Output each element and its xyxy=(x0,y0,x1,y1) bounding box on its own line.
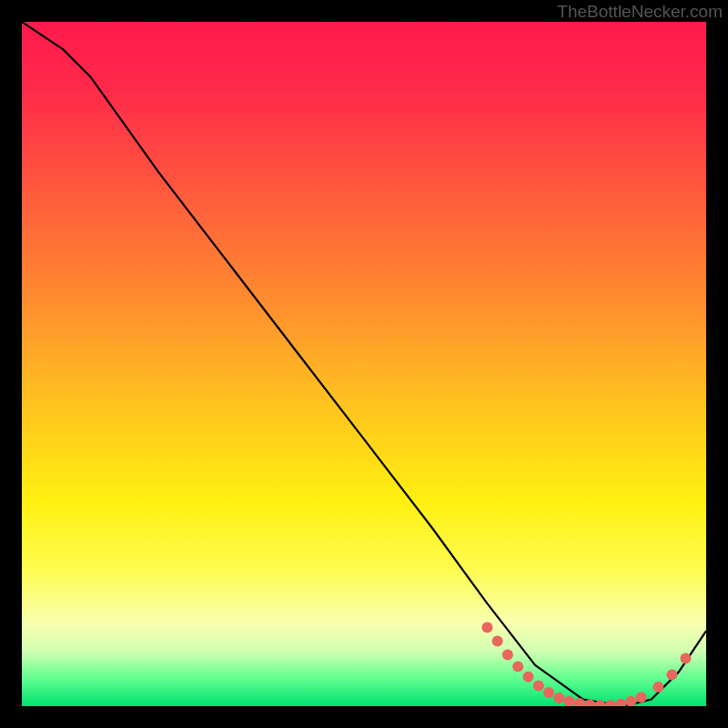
plot-area xyxy=(22,22,706,706)
svg-point-0 xyxy=(481,622,492,633)
svg-point-5 xyxy=(533,680,544,691)
svg-point-14 xyxy=(625,696,636,706)
svg-point-4 xyxy=(523,672,534,682)
chart-container: TheBottleNecker.com xyxy=(0,0,728,728)
svg-point-15 xyxy=(636,692,647,703)
svg-point-8 xyxy=(564,696,575,706)
svg-point-2 xyxy=(502,650,513,661)
svg-point-17 xyxy=(666,669,677,680)
svg-point-6 xyxy=(543,687,554,698)
svg-point-1 xyxy=(492,636,503,647)
highlight-dots xyxy=(481,622,691,707)
svg-point-18 xyxy=(680,652,691,663)
svg-point-3 xyxy=(512,661,523,672)
bottleneck-curve xyxy=(22,22,706,706)
curve-layer xyxy=(22,22,706,706)
svg-point-13 xyxy=(615,699,626,706)
svg-point-7 xyxy=(553,693,564,703)
svg-point-12 xyxy=(605,700,616,706)
svg-point-16 xyxy=(652,682,663,693)
watermark-text: TheBottleNecker.com xyxy=(557,2,723,22)
